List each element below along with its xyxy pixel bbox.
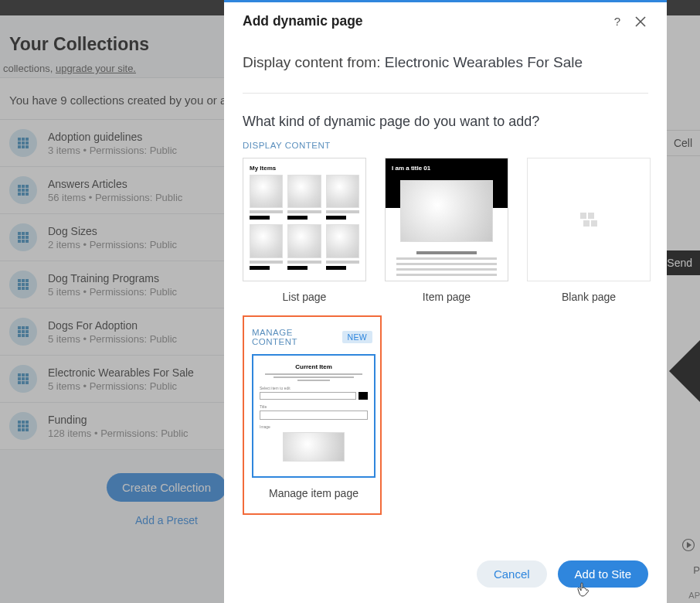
placeholder-icon <box>580 213 597 227</box>
thumb-manage-title: Current Item <box>260 363 368 370</box>
template-item-page[interactable]: I am a title 01 Item page <box>385 158 508 303</box>
modal-footer: Cancel Add to Site <box>224 548 667 603</box>
template-thumb: Current Item Select item to edit Title I… <box>252 354 375 478</box>
template-caption: List page <box>243 291 366 303</box>
manage-content-highlight: MANAGE CONTENT NEW Current Item Select i… <box>243 315 382 515</box>
add-to-site-button[interactable]: Add to Site <box>558 560 648 588</box>
display-from-label: Display content from: <box>243 54 385 70</box>
section-manage-content: MANAGE CONTENT NEW <box>252 328 372 346</box>
section-display-label: DISPLAY CONTENT <box>243 141 331 150</box>
section-manage-label: MANAGE CONTENT <box>252 328 336 346</box>
close-icon[interactable] <box>633 14 648 29</box>
thumb-list-title: My Items <box>243 158 365 175</box>
thumb-item-title: I am a title 01 <box>392 165 430 172</box>
template-thumb: My Items <box>243 158 366 281</box>
template-caption: Blank page <box>527 291 651 303</box>
template-caption: Manage item page <box>252 487 375 499</box>
template-thumb <box>527 158 651 281</box>
display-from: Display content from: Electronic Wearabl… <box>243 54 648 94</box>
template-caption: Item page <box>385 291 508 303</box>
template-list-page[interactable]: My Items List page <box>243 158 366 303</box>
template-manage-item-page[interactable]: Current Item Select item to edit Title I… <box>252 354 375 499</box>
display-from-source: Electronic Wearables For Sale <box>385 54 583 70</box>
template-blank-page[interactable]: Blank page <box>527 158 651 303</box>
display-templates-row: My Items List page I am a title 01 <box>243 158 648 303</box>
cancel-button[interactable]: Cancel <box>477 560 547 588</box>
add-dynamic-page-modal: Add dynamic page ? Display content from:… <box>224 0 667 603</box>
modal-body: Display content from: Electronic Wearabl… <box>224 37 667 548</box>
page-type-prompt: What kind of dynamic page do you want to… <box>243 114 648 130</box>
new-badge: NEW <box>342 331 372 343</box>
modal-header: Add dynamic page ? <box>224 2 667 37</box>
thumb-manage-field-image: Image <box>260 424 368 429</box>
modal-title: Add dynamic page <box>243 13 602 29</box>
section-display-content: DISPLAY CONTENT <box>243 141 648 150</box>
thumb-manage-field-title: Title <box>260 404 368 409</box>
help-icon[interactable]: ? <box>610 14 625 29</box>
template-thumb: I am a title 01 <box>385 158 508 281</box>
